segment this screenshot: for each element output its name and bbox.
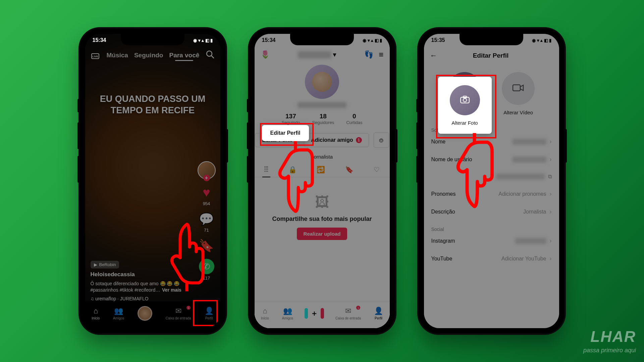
phone-side-button: [416, 99, 419, 112]
phone-side-button: [247, 156, 249, 183]
watermark-tagline: passa primeiro aqui: [583, 347, 636, 354]
phone-side-button: [77, 156, 80, 183]
phone-3-edit-profile: 15:35◉ ▾ ▴ ◧ ▮ ← Editar Perfil Alterar F…: [419, 28, 565, 334]
phone-side-button: [565, 129, 567, 163]
watermark-brand: LHAR: [583, 327, 636, 346]
phone-side-button: [77, 122, 80, 149]
step1-highlight-box: [193, 300, 218, 326]
watermark: LHAR passa primeiro aqui: [583, 327, 636, 354]
pointer-hand-icon: [450, 133, 499, 210]
phone-side-button: [395, 129, 397, 163]
phone-side-button: [247, 122, 249, 149]
phone-side-button: [226, 129, 228, 163]
phone-side-button: [416, 156, 419, 183]
step3-highlight-box: [436, 75, 496, 138]
status-icons: ◉ ▾ ▴ ◧ ▮: [193, 38, 213, 43]
phone-side-button: [77, 99, 80, 112]
phone-1-feed: 15:34 ◉ ▾ ▴ ◧ ▮ LIVE Música Seguindo Par…: [80, 28, 226, 334]
phone-side-button: [247, 99, 249, 112]
phone-side-button: [416, 122, 419, 149]
notch: [121, 34, 184, 45]
status-time: 15:34: [93, 37, 106, 43]
phone-2-profile: 15:34◉ ▾ ▴ ◧ ▮ 🌷 user ▾ 👣 ≡ handle 137Se…: [249, 28, 395, 334]
pointer-hand-icon: [272, 141, 319, 215]
pointer-hand-icon: [167, 221, 207, 291]
